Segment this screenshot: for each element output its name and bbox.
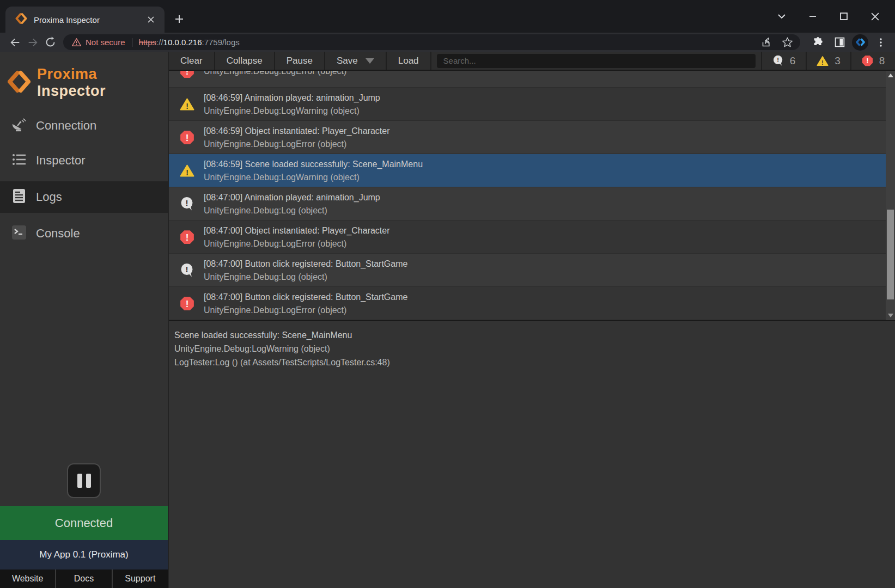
log-detail-pane: Scene loaded successfully: Scene_MainMen… xyxy=(169,320,895,369)
pause-logs-button[interactable]: Pause xyxy=(275,52,325,70)
save-button[interactable]: Save xyxy=(325,52,387,70)
sidebar-item-label: Logs xyxy=(36,190,62,204)
scrollbar[interactable] xyxy=(886,71,895,320)
log-row[interactable]: ! ! ! [08:46:59] Object instantiated: Pl… xyxy=(169,121,886,154)
sidebar: Proxima Inspector Connection xyxy=(0,52,169,588)
puzzle-icon xyxy=(812,36,824,48)
detail-line: LogTester:Log () (at Assets/TestScripts/… xyxy=(174,356,886,369)
extensions-button[interactable] xyxy=(809,34,827,51)
url-host: 10.0.0.216 xyxy=(163,38,202,47)
error-octagon-icon: ! xyxy=(180,230,194,244)
log-level-icon: ! ! ! xyxy=(180,197,194,211)
log-row[interactable]: ! ! ! [08:47:00] Button click registered… xyxy=(169,254,886,287)
back-arrow-icon xyxy=(9,36,21,48)
collapse-button[interactable]: Collapse xyxy=(215,52,275,70)
svg-text:!: ! xyxy=(186,299,189,309)
log-level-icon: ! ! ! xyxy=(180,97,194,112)
log-row[interactable]: ! ! ! [08:46:59] Animation played: anima… xyxy=(169,88,886,121)
error-octagon-icon: ! xyxy=(180,71,194,78)
footer-link-docs[interactable]: Docs xyxy=(56,569,112,588)
back-button[interactable] xyxy=(7,34,24,51)
collapse-button-label: Collapse xyxy=(227,56,263,66)
log-rows: ! ! ! UnityEngine.Debug:LogError (object… xyxy=(169,71,886,320)
error-count: 8 xyxy=(879,55,885,67)
chevron-down-icon xyxy=(777,12,786,21)
log-source: UnityEngine.Debug:Log (object) xyxy=(204,204,380,217)
tab-search-button[interactable] xyxy=(769,4,794,29)
footer-link-support[interactable]: Support xyxy=(113,569,168,588)
minimize-icon xyxy=(808,12,817,21)
url-path: :7759/logs xyxy=(202,38,240,47)
omnibox-actions xyxy=(754,34,796,51)
scroll-thumb[interactable] xyxy=(887,210,894,299)
warning-triangle-icon: ! xyxy=(180,163,194,178)
log-text: UnityEngine.Debug:LogError (object) xyxy=(204,71,346,78)
logs-page: Clear Collapse Pause Save Load ! 6 xyxy=(169,52,895,588)
close-icon xyxy=(870,12,880,21)
clear-button[interactable]: Clear xyxy=(169,52,215,70)
log-row[interactable]: ! ! ! [08:46:59] Scene loaded successful… xyxy=(169,154,886,187)
warning-filter-button[interactable]: ! 3 xyxy=(806,52,850,70)
load-button[interactable]: Load xyxy=(387,52,431,70)
split-screen-icon xyxy=(834,36,845,48)
reload-icon xyxy=(45,36,56,48)
sidebar-spacer xyxy=(0,251,168,463)
svg-text:!: ! xyxy=(186,265,188,274)
terminal-icon xyxy=(11,224,27,243)
window-controls xyxy=(763,0,887,33)
pause-connection-button[interactable] xyxy=(67,463,101,498)
not-secure-badge[interactable]: Not secure xyxy=(72,38,125,47)
reload-button[interactable] xyxy=(41,34,59,51)
sidebar-footer: Website Docs Support xyxy=(0,569,168,588)
tab-close-button[interactable] xyxy=(145,14,157,26)
error-octagon-icon: ! xyxy=(180,130,194,145)
close-window-button[interactable] xyxy=(862,4,887,29)
forward-button[interactable] xyxy=(24,34,41,51)
sidebar-item-connection[interactable]: Connection xyxy=(0,113,168,139)
detail-line: UnityEngine.Debug:LogWarning (object) xyxy=(174,342,886,356)
error-filter-button[interactable]: ! 8 xyxy=(850,52,895,70)
log-row[interactable]: ! ! ! UnityEngine.Debug:LogError (object… xyxy=(169,71,886,88)
info-bubble-icon: ! xyxy=(180,197,194,211)
info-filter-button[interactable]: ! 6 xyxy=(761,52,806,70)
scroll-up-button[interactable] xyxy=(886,71,895,80)
scroll-down-button[interactable] xyxy=(886,311,895,320)
sidebar-item-console[interactable]: Console xyxy=(0,220,168,247)
save-caret-icon xyxy=(366,58,374,64)
svg-text:!: ! xyxy=(186,102,188,111)
log-row[interactable]: ! ! ! [08:47:00] Button click registered… xyxy=(169,287,886,320)
log-level-icon: ! ! ! xyxy=(180,230,194,244)
bookmark-button[interactable] xyxy=(778,34,796,51)
info-count: 6 xyxy=(790,55,796,67)
log-text: [08:47:00] Object instantiated: Player_C… xyxy=(204,224,390,250)
maximize-button[interactable] xyxy=(831,4,856,29)
footer-link-website[interactable]: Website xyxy=(0,569,56,588)
search-input[interactable] xyxy=(437,54,756,68)
split-view-button[interactable] xyxy=(831,34,848,51)
menu-button[interactable] xyxy=(872,34,890,51)
browser-tab[interactable]: Proxima Inspector xyxy=(5,7,165,33)
star-icon xyxy=(782,36,793,48)
sidebar-item-logs[interactable]: Logs xyxy=(0,181,168,213)
url-separator: :// xyxy=(156,38,163,47)
app-title: Proxima Inspector xyxy=(37,66,160,100)
log-level-icon: ! ! ! xyxy=(180,130,194,145)
log-message: [08:47:00] Object instantiated: Player_C… xyxy=(204,224,390,237)
app-logo: Proxima Inspector xyxy=(0,52,168,108)
log-text: [08:46:59] Object instantiated: Player_C… xyxy=(204,125,390,151)
log-list: ! ! ! UnityEngine.Debug:LogError (object… xyxy=(169,71,895,320)
sidebar-item-inspector[interactable]: Inspector xyxy=(0,148,168,174)
share-button[interactable] xyxy=(758,34,775,51)
browser-extension-area xyxy=(806,34,890,51)
log-row[interactable]: ! ! ! [08:47:00] Animation played: anima… xyxy=(169,187,886,220)
proxima-extension-button[interactable] xyxy=(852,34,868,51)
svg-text:!: ! xyxy=(186,71,189,77)
log-row[interactable]: ! ! ! [08:47:00] Object instantiated: Pl… xyxy=(169,220,886,254)
connection-status-label: Connected xyxy=(55,516,113,530)
pause-logs-button-label: Pause xyxy=(287,56,313,66)
minimize-button[interactable] xyxy=(800,4,825,29)
omnibox[interactable]: Not secure https://10.0.0.216:7759/logs xyxy=(63,34,800,50)
new-tab-button[interactable] xyxy=(170,10,188,28)
not-secure-label: Not secure xyxy=(86,38,125,47)
browser-window: Proxima Inspector xyxy=(0,0,895,588)
